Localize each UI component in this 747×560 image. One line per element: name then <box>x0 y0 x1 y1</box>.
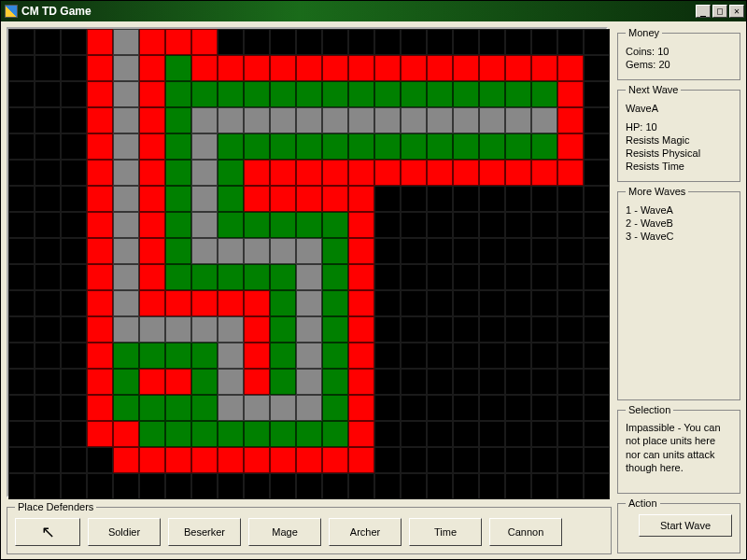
map-cell[interactable] <box>244 212 270 238</box>
map-cell[interactable] <box>557 343 584 369</box>
map-cell[interactable] <box>557 264 584 290</box>
map-cell[interactable] <box>557 369 584 395</box>
map-cell[interactable] <box>191 55 218 81</box>
map-cell[interactable] <box>348 81 374 107</box>
map-cell[interactable] <box>374 343 401 369</box>
map-cell[interactable] <box>584 316 610 343</box>
map-cell[interactable] <box>35 55 61 81</box>
map-cell[interactable] <box>87 238 113 264</box>
map-cell[interactable] <box>87 447 113 473</box>
map-cell[interactable] <box>374 290 401 316</box>
map-cell[interactable] <box>87 343 113 369</box>
map-cell[interactable] <box>531 238 557 264</box>
map-cell[interactable] <box>584 264 610 290</box>
map-cell[interactable] <box>453 81 479 107</box>
map-cell[interactable] <box>87 133 113 160</box>
map-cell[interactable] <box>401 473 427 499</box>
map-cell[interactable] <box>165 447 191 473</box>
wave-list-item[interactable]: 1 - WaveA <box>626 204 732 216</box>
map-cell[interactable] <box>244 421 270 447</box>
map-cell[interactable] <box>584 81 610 107</box>
map-cell[interactable] <box>87 264 113 290</box>
map-cell[interactable] <box>139 133 165 160</box>
map-cell[interactable] <box>139 55 165 81</box>
map-cell[interactable] <box>8 421 35 447</box>
map-cell[interactable] <box>165 186 191 212</box>
map-cell[interactable] <box>296 133 322 160</box>
map-cell[interactable] <box>191 343 218 369</box>
map-cell[interactable] <box>374 133 401 160</box>
map-cell[interactable] <box>531 473 557 499</box>
map-cell[interactable] <box>479 421 505 447</box>
map-cell[interactable] <box>61 186 87 212</box>
map-cell[interactable] <box>113 186 139 212</box>
map-cell[interactable] <box>244 343 270 369</box>
map-cell[interactable] <box>322 238 348 264</box>
map-cell[interactable] <box>296 316 322 343</box>
map-cell[interactable] <box>87 29 113 55</box>
map-cell[interactable] <box>139 290 165 316</box>
map-cell[interactable] <box>348 369 374 395</box>
map-cell[interactable] <box>479 29 505 55</box>
map-cell[interactable] <box>8 186 35 212</box>
map-cell[interactable] <box>531 186 557 212</box>
map-cell[interactable] <box>139 447 165 473</box>
map-cell[interactable] <box>584 29 610 55</box>
map-cell[interactable] <box>244 160 270 186</box>
map-cell[interactable] <box>165 238 191 264</box>
map-cell[interactable] <box>270 316 296 343</box>
map-grid[interactable] <box>8 29 606 499</box>
map-cell[interactable] <box>165 107 191 133</box>
map-cell[interactable] <box>270 238 296 264</box>
map-cell[interactable] <box>453 212 479 238</box>
map-cell[interactable] <box>165 29 191 55</box>
map-cell[interactable] <box>139 264 165 290</box>
map-cell[interactable] <box>191 264 218 290</box>
map-cell[interactable] <box>505 81 531 107</box>
map-cell[interactable] <box>401 421 427 447</box>
map-cell[interactable] <box>348 343 374 369</box>
minimize-button[interactable]: _ <box>696 5 711 18</box>
map-cell[interactable] <box>218 290 244 316</box>
map-cell[interactable] <box>244 133 270 160</box>
map-cell[interactable] <box>348 473 374 499</box>
map-cell[interactable] <box>584 421 610 447</box>
map-cell[interactable] <box>8 316 35 343</box>
map-cell[interactable] <box>61 160 87 186</box>
map-cell[interactable] <box>296 395 322 421</box>
map-cell[interactable] <box>61 473 87 499</box>
map-cell[interactable] <box>557 421 584 447</box>
map-cell[interactable] <box>348 29 374 55</box>
map-cell[interactable] <box>453 186 479 212</box>
map-cell[interactable] <box>61 81 87 107</box>
map-cell[interactable] <box>191 316 218 343</box>
map-cell[interactable] <box>374 55 401 81</box>
map-cell[interactable] <box>531 29 557 55</box>
map-cell[interactable] <box>218 55 244 81</box>
map-cell[interactable] <box>61 395 87 421</box>
map-cell[interactable] <box>218 473 244 499</box>
map-cell[interactable] <box>139 160 165 186</box>
map-cell[interactable] <box>61 447 87 473</box>
map-cell[interactable] <box>322 212 348 238</box>
map-cell[interactable] <box>87 160 113 186</box>
defender-button-time[interactable]: Time <box>409 518 482 546</box>
map-cell[interactable] <box>35 133 61 160</box>
start-wave-button[interactable]: Start Wave <box>639 514 732 537</box>
map-cell[interactable] <box>322 421 348 447</box>
map-cell[interactable] <box>374 81 401 107</box>
map-cell[interactable] <box>87 81 113 107</box>
map-cell[interactable] <box>8 395 35 421</box>
map-cell[interactable] <box>296 473 322 499</box>
map-cell[interactable] <box>8 369 35 395</box>
map-cell[interactable] <box>113 160 139 186</box>
map-cell[interactable] <box>35 186 61 212</box>
map-cell[interactable] <box>165 369 191 395</box>
map-cell[interactable] <box>296 55 322 81</box>
map-cell[interactable] <box>113 212 139 238</box>
map-cell[interactable] <box>61 421 87 447</box>
map-cell[interactable] <box>348 186 374 212</box>
map-cell[interactable] <box>35 447 61 473</box>
map-cell[interactable] <box>479 186 505 212</box>
map-cell[interactable] <box>165 160 191 186</box>
